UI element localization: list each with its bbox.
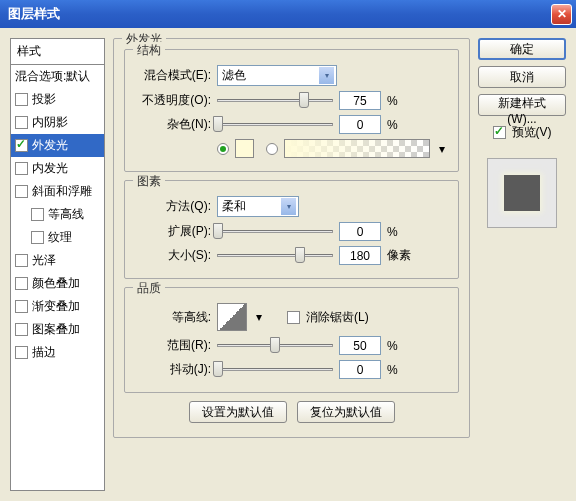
list-item[interactable]: 外发光 [11, 134, 104, 157]
style-label: 图案叠加 [32, 321, 80, 338]
range-input[interactable] [339, 336, 381, 355]
reset-default-button[interactable]: 复位为默认值 [297, 401, 395, 423]
percent-unit: % [387, 225, 398, 239]
style-checkbox[interactable] [15, 346, 28, 359]
style-label: 颜色叠加 [32, 275, 80, 292]
style-checkbox[interactable] [15, 116, 28, 129]
style-checkbox[interactable] [31, 208, 44, 221]
styles-list: 样式 混合选项:默认投影内阴影外发光内发光斜面和浮雕等高线纹理光泽颜色叠加渐变叠… [10, 38, 105, 491]
window-title: 图层样式 [8, 5, 60, 23]
structure-title: 结构 [133, 42, 165, 59]
new-style-button[interactable]: 新建样式(W)... [478, 94, 566, 116]
size-slider[interactable] [217, 254, 333, 257]
styles-list-header[interactable]: 样式 [11, 39, 104, 65]
preview-checkbox[interactable] [493, 126, 506, 139]
preview-box [487, 158, 557, 228]
cancel-button[interactable]: 取消 [478, 66, 566, 88]
style-checkbox[interactable] [15, 139, 28, 152]
style-label: 纹理 [48, 229, 72, 246]
style-checkbox[interactable] [15, 93, 28, 106]
percent-unit: % [387, 363, 398, 377]
set-default-button[interactable]: 设置为默认值 [189, 401, 287, 423]
style-label: 内发光 [32, 160, 68, 177]
antialias-label: 消除锯齿(L) [306, 309, 369, 326]
opacity-slider[interactable] [217, 99, 333, 102]
elements-title: 图素 [133, 173, 165, 190]
quality-group: 品质 等高线: ▾ 消除锯齿(L) 范围(R): % 抖动(J): [124, 287, 459, 393]
gradient-radio[interactable] [266, 143, 278, 155]
style-checkbox[interactable] [15, 300, 28, 313]
range-label: 范围(R): [135, 337, 211, 354]
style-checkbox[interactable] [15, 185, 28, 198]
outer-glow-group: 外发光 结构 混合模式(E): 滤色 ▾ 不透明度(O): % [113, 38, 470, 438]
style-label: 渐变叠加 [32, 298, 80, 315]
size-input[interactable] [339, 246, 381, 265]
list-item[interactable]: 渐变叠加 [11, 295, 104, 318]
style-checkbox[interactable] [15, 277, 28, 290]
right-panel: 确定 取消 新建样式(W)... 预览(V) [478, 38, 566, 491]
list-item[interactable]: 图案叠加 [11, 318, 104, 341]
percent-unit: % [387, 339, 398, 353]
preview-label: 预览(V) [512, 124, 552, 141]
antialias-checkbox[interactable] [287, 311, 300, 324]
technique-dropdown[interactable]: 柔和 ▾ [217, 196, 299, 217]
ok-button[interactable]: 确定 [478, 38, 566, 60]
chevron-down-icon: ▾ [319, 67, 334, 84]
style-label: 外发光 [32, 137, 68, 154]
preview-thumbnail [504, 175, 540, 211]
size-label: 大小(S): [135, 247, 211, 264]
gradient-swatch[interactable] [284, 139, 430, 158]
list-item[interactable]: 描边 [11, 341, 104, 364]
percent-unit: % [387, 118, 398, 132]
opacity-input[interactable] [339, 91, 381, 110]
elements-group: 图素 方法(Q): 柔和 ▾ 扩展(P): % 大小(S): [124, 180, 459, 279]
opacity-label: 不透明度(O): [135, 92, 211, 109]
percent-unit: % [387, 94, 398, 108]
list-item[interactable]: 混合选项:默认 [11, 65, 104, 88]
structure-group: 结构 混合模式(E): 滤色 ▾ 不透明度(O): % 杂色(N): [124, 49, 459, 172]
contour-label: 等高线: [135, 309, 211, 326]
noise-label: 杂色(N): [135, 116, 211, 133]
list-item[interactable]: 斜面和浮雕 [11, 180, 104, 203]
spread-label: 扩展(P): [135, 223, 211, 240]
noise-input[interactable] [339, 115, 381, 134]
style-checkbox[interactable] [15, 254, 28, 267]
px-unit: 像素 [387, 247, 411, 264]
blend-mode-dropdown[interactable]: 滤色 ▾ [217, 65, 337, 86]
style-checkbox[interactable] [15, 162, 28, 175]
jitter-input[interactable] [339, 360, 381, 379]
contour-swatch[interactable] [217, 303, 247, 331]
style-label: 投影 [32, 91, 56, 108]
style-label: 光泽 [32, 252, 56, 269]
list-item[interactable]: 内发光 [11, 157, 104, 180]
blend-mode-value: 滤色 [222, 67, 246, 84]
range-slider[interactable] [217, 344, 333, 347]
chevron-down-icon: ▾ [281, 198, 296, 215]
list-item[interactable]: 颜色叠加 [11, 272, 104, 295]
gradient-picker-icon[interactable]: ▾ [436, 142, 448, 156]
contour-picker-icon[interactable]: ▾ [253, 310, 265, 324]
main-panel: 外发光 结构 混合模式(E): 滤色 ▾ 不透明度(O): % [113, 38, 470, 491]
quality-title: 品质 [133, 280, 165, 297]
style-label: 斜面和浮雕 [32, 183, 92, 200]
close-button[interactable]: ✕ [551, 4, 572, 25]
titlebar: 图层样式 ✕ [0, 0, 576, 28]
style-label: 描边 [32, 344, 56, 361]
color-radio[interactable] [217, 143, 229, 155]
dialog-body: 样式 混合选项:默认投影内阴影外发光内发光斜面和浮雕等高线纹理光泽颜色叠加渐变叠… [0, 28, 576, 501]
list-item[interactable]: 投影 [11, 88, 104, 111]
noise-slider[interactable] [217, 123, 333, 126]
spread-input[interactable] [339, 222, 381, 241]
list-item[interactable]: 纹理 [11, 226, 104, 249]
style-checkbox[interactable] [31, 231, 44, 244]
jitter-slider[interactable] [217, 368, 333, 371]
close-icon: ✕ [557, 7, 567, 21]
list-item[interactable]: 内阴影 [11, 111, 104, 134]
technique-label: 方法(Q): [135, 198, 211, 215]
color-swatch[interactable] [235, 139, 254, 158]
list-item[interactable]: 光泽 [11, 249, 104, 272]
spread-slider[interactable] [217, 230, 333, 233]
list-item[interactable]: 等高线 [11, 203, 104, 226]
style-checkbox[interactable] [15, 323, 28, 336]
technique-value: 柔和 [222, 198, 246, 215]
